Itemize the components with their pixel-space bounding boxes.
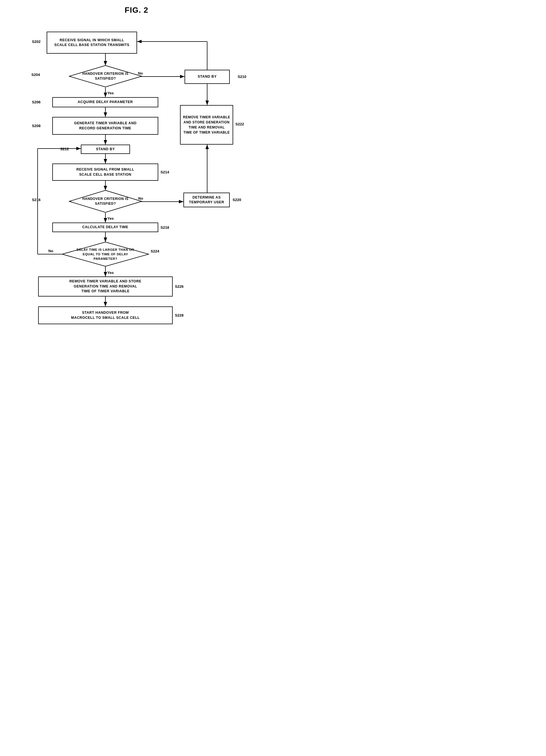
- s206-box: ACQUIRE DELAY PARAMETER: [52, 97, 158, 107]
- s210-label: S210: [238, 75, 246, 79]
- s220-box: DETERMINE AS TEMPORARY USER: [183, 193, 230, 207]
- s216-text: HANDOVER CRITERION IS SATISFIED?: [77, 197, 134, 206]
- svg-text:Yes: Yes: [107, 216, 114, 221]
- s208-box: GENERATE TIMER VARIABLE AND RECORD GENER…: [52, 117, 158, 135]
- s218-label: S218: [160, 225, 169, 230]
- svg-text:Yes: Yes: [107, 91, 114, 95]
- s214-box: RECEIVE SIGNAL FROM SMALL SCALE CELL BAS…: [52, 164, 158, 181]
- s214-label: S214: [160, 170, 169, 174]
- s204-label: S204: [31, 73, 40, 77]
- svg-text:No: No: [48, 249, 53, 253]
- s222-box: REMOVE TIMER VARIABLE AND STORE GENERATI…: [180, 105, 233, 145]
- s216-diamond: HANDOVER CRITERION IS SATISFIED?: [69, 190, 142, 213]
- s218-box: CALCULATE DELAY TIME: [52, 223, 158, 232]
- s228-label: S228: [175, 313, 183, 317]
- s208-label: S208: [32, 124, 40, 128]
- s224-diamond: DELAY TIME IS LARGER THAN OR EQUAL TO TI…: [62, 241, 149, 267]
- s210-box: STAND BY: [184, 70, 230, 84]
- s206-label: S206: [32, 100, 40, 104]
- s216-label: S216: [32, 198, 40, 202]
- s226-label: S226: [175, 284, 183, 289]
- s222-label: S222: [235, 122, 244, 126]
- s228-box: START HANDOVER FROM MACROCELL TO SMALL S…: [38, 306, 173, 324]
- s224-text: DELAY TIME IS LARGER THAN OR EQUAL TO TI…: [71, 247, 139, 261]
- s202-label: S202: [32, 40, 40, 44]
- flowchart: Yes No Yes No Yes No: [9, 23, 264, 385]
- s202-box: RECEIVE SIGNAL IN WHICH SMALL SCALE CELL…: [47, 32, 137, 54]
- s224-diamond-wrapper: DELAY TIME IS LARGER THAN OR EQUAL TO TI…: [56, 241, 154, 267]
- s226-box: REMOVE TIMER VARIABLE AND STORE GENERATI…: [38, 276, 173, 297]
- svg-text:Yes: Yes: [107, 271, 114, 275]
- s204-diamond-wrapper: HANDOVER CRITERION IS SATISFIED?: [64, 65, 147, 88]
- s212-label: S212: [60, 147, 69, 151]
- s220-label: S220: [232, 198, 241, 202]
- s204-diamond: HANDOVER CRITERION IS SATISFIED?: [69, 65, 142, 88]
- s212-box: STAND BY: [81, 145, 130, 154]
- s204-text: HANDOVER CRITERION IS SATISFIED?: [77, 71, 134, 81]
- s224-label: S224: [151, 249, 159, 253]
- page-title: FIG. 2: [125, 6, 148, 15]
- s216-diamond-wrapper: HANDOVER CRITERION IS SATISFIED?: [64, 190, 147, 213]
